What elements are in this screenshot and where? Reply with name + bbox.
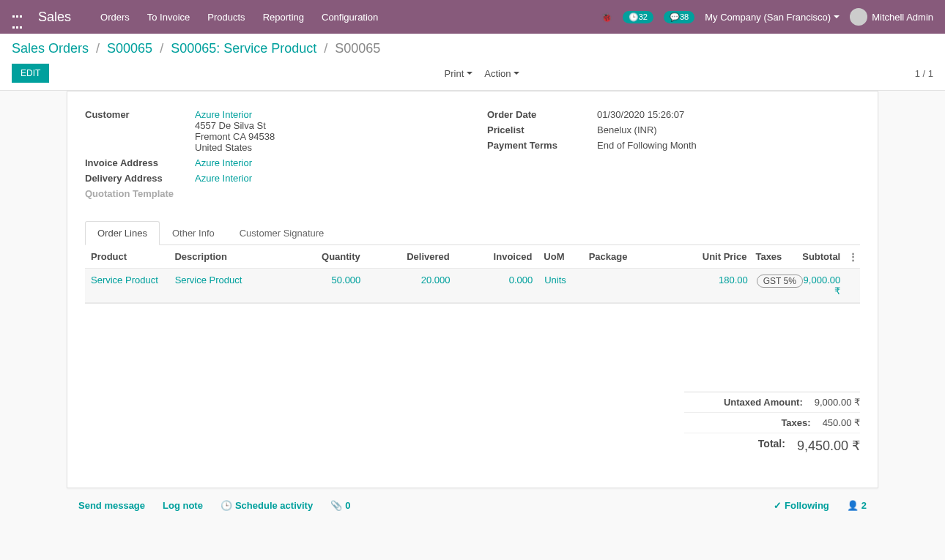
untaxed-value: 9,000.00 ₹ (815, 397, 860, 408)
debug-icon[interactable]: 🐞 (601, 12, 612, 23)
col-description: Description (174, 251, 278, 262)
col-invoiced: Invoiced (450, 251, 533, 262)
payment-terms-label: Payment Terms (487, 140, 597, 151)
tab-other-info[interactable]: Other Info (160, 221, 227, 244)
col-package: Package (574, 251, 658, 262)
tax-tag: GST 5% (757, 275, 803, 288)
user-menu[interactable]: Mitchell Admin (850, 8, 933, 26)
col-delivered: Delivered (360, 251, 450, 262)
col-subtotal: Subtotal (802, 251, 846, 262)
action-dropdown[interactable]: Action (484, 68, 519, 79)
tab-customer-signature[interactable]: Customer Signature (227, 221, 337, 244)
app-brand: Sales (38, 10, 71, 25)
menu-configuration[interactable]: Configuration (322, 12, 378, 23)
table-row[interactable]: Service Product Service Product 50.000 2… (85, 269, 860, 303)
line-description[interactable]: Service Product (175, 275, 242, 285)
menu-to-invoice[interactable]: To Invoice (147, 12, 190, 23)
menu-orders[interactable]: Orders (100, 12, 130, 23)
followers-button[interactable]: 👤 2 (847, 500, 867, 511)
schedule-activity-button[interactable]: 🕒 Schedule activity (220, 500, 313, 511)
taxes-label: Taxes: (684, 417, 823, 428)
pricelist-value: Benelux (INR) (597, 124, 860, 135)
col-uom: UoM (532, 251, 574, 262)
line-invoiced[interactable]: 0.000 (450, 275, 533, 296)
untaxed-label: Untaxed Amount: (684, 397, 815, 408)
invoice-address-label: Invoice Address (85, 157, 195, 168)
col-product: Product (85, 251, 174, 262)
avatar (850, 8, 867, 26)
chevron-down-icon (467, 72, 472, 75)
pager[interactable]: 1 / 1 (915, 68, 933, 79)
chevron-down-icon (514, 72, 519, 75)
line-subtotal: 9,000.00 ₹ (804, 275, 847, 296)
col-unit-price: Unit Price (657, 251, 746, 262)
col-quantity: Quantity (278, 251, 360, 262)
crumb-service-product[interactable]: S00065: Service Product (171, 41, 316, 56)
edit-button[interactable]: EDIT (12, 64, 49, 83)
menu-reporting[interactable]: Reporting (263, 12, 304, 23)
company-selector[interactable]: My Company (San Francisco) (705, 12, 840, 23)
delivery-address-label: Delivery Address (85, 173, 195, 184)
apps-icon[interactable] (12, 10, 26, 24)
line-product-link[interactable]: Service Product (91, 275, 158, 285)
tab-order-lines[interactable]: Order Lines (85, 221, 160, 245)
chevron-down-icon (834, 15, 840, 18)
line-delivered[interactable]: 20.000 (360, 275, 450, 296)
crumb-sales-orders[interactable]: Sales Orders (12, 41, 89, 56)
crumb-order[interactable]: S00065 (107, 41, 152, 56)
attachments-button[interactable]: 📎 0 (330, 500, 350, 511)
line-package (575, 275, 659, 296)
total-value: 9,450.00 ₹ (797, 438, 860, 454)
messages-count: 38 (680, 12, 689, 21)
address-line: 4557 De Silva St (195, 120, 458, 131)
print-dropdown[interactable]: Print (445, 68, 473, 79)
send-message-button[interactable]: Send message (78, 500, 145, 511)
kebab-icon[interactable]: ⋮ (846, 251, 860, 262)
col-taxes: Taxes (746, 251, 802, 262)
line-unit-price[interactable]: 180.00 (659, 275, 748, 296)
pricelist-label: Pricelist (487, 124, 597, 135)
breadcrumb: Sales Orders / S00065 / S00065: Service … (12, 41, 933, 56)
taxes-value: 450.00 ₹ (823, 417, 860, 428)
quotation-template-label: Quotation Template (85, 188, 195, 199)
invoice-address-link[interactable]: Azure Interior (195, 157, 252, 168)
menu-products[interactable]: Products (207, 12, 245, 23)
address-line: Fremont CA 94538 (195, 131, 458, 142)
line-quantity[interactable]: 50.000 (278, 275, 361, 296)
customer-link[interactable]: Azure Interior (195, 109, 252, 120)
line-uom[interactable]: Units (533, 275, 574, 296)
activities-badge[interactable]: 🕒 32 (623, 11, 653, 23)
order-date-label: Order Date (487, 109, 597, 120)
total-label: Total: (684, 438, 797, 454)
payment-terms-value: End of Following Month (597, 140, 860, 151)
address-line: United States (195, 142, 458, 153)
following-button[interactable]: ✓ Following (774, 500, 829, 511)
customer-label: Customer (85, 109, 195, 120)
activities-count: 32 (639, 12, 648, 21)
delivery-address-link[interactable]: Azure Interior (195, 173, 252, 184)
order-date-value: 01/30/2020 15:26:07 (597, 109, 860, 120)
messages-badge[interactable]: 💬 38 (664, 11, 694, 23)
log-note-button[interactable]: Log note (163, 500, 203, 511)
crumb-active: S00065 (335, 41, 380, 56)
